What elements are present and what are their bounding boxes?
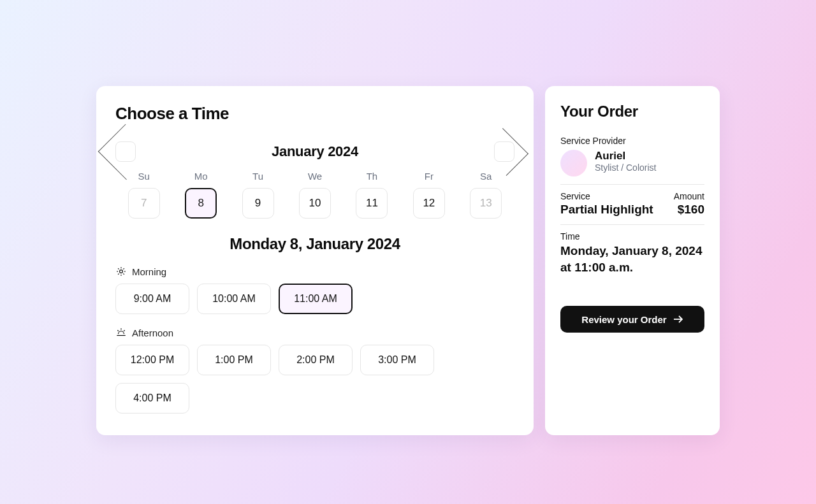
provider-row: Auriel Stylist / Colorist [560,150,704,185]
svg-point-0 [120,270,123,273]
day-cell: 7 [128,188,160,219]
afternoon-section-label: Afternoon [115,327,514,338]
day-cell: 13 [470,188,502,219]
choose-time-card: Choose a Time January 2024 SuMoTuWeThFrS… [96,86,534,435]
day-of-week-row: SuMoTuWeThFrSa [115,171,514,182]
time-slot[interactable]: 3:00 PM [360,345,434,375]
dow-cell: Mo [172,171,229,182]
service-value: Partial Highlight [560,203,653,217]
next-month-button[interactable] [494,141,514,162]
time-slot[interactable]: 4:00 PM [115,383,189,414]
choose-time-title: Choose a Time [115,104,514,124]
time-slot[interactable]: 11:00 AM [279,284,353,314]
time-slot[interactable]: 10:00 AM [197,284,271,314]
day-cell[interactable]: 12 [413,188,445,219]
prev-month-button[interactable] [115,141,136,162]
avatar [560,150,587,176]
service-label: Service [560,191,653,201]
time-slot[interactable]: 2:00 PM [279,345,353,375]
svg-line-5 [118,268,119,269]
svg-line-11 [117,330,119,331]
morning-slots: 9:00 AM10:00 AM11:00 AM [115,284,514,314]
dow-cell: Tu [229,171,286,182]
time-block: Time Monday, January 8, 2024 at 11:00 a.… [560,231,704,275]
day-cell[interactable]: 9 [242,188,274,219]
time-label: Time [560,231,704,241]
morning-label: Morning [132,266,166,277]
sunset-icon [115,327,127,338]
your-order-title: Your Order [560,103,704,120]
review-order-button[interactable]: Review your Order [560,306,704,333]
day-cell[interactable]: 11 [356,188,388,219]
day-cell[interactable]: 8 [185,188,217,219]
month-nav-row: January 2024 [115,141,514,162]
arrow-right-icon [673,315,683,324]
afternoon-label: Afternoon [132,328,173,338]
chevron-right-icon [481,128,528,176]
your-order-card: Your Order Service Provider Auriel Styli… [545,86,720,435]
day-cell[interactable]: 10 [299,188,331,219]
svg-line-8 [118,273,119,274]
review-order-label: Review your Order [581,314,666,325]
time-value: Monday, January 8, 2024 at 11:00 a.m. [560,243,704,275]
svg-line-12 [124,330,125,331]
svg-line-6 [123,273,124,274]
days-row: 78910111213 [115,188,514,219]
provider-role: Stylist / Colorist [595,162,656,173]
svg-line-7 [123,268,124,269]
afternoon-slots: 12:00 PM1:00 PM2:00 PM3:00 PM4:00 PM [115,345,514,414]
amount-value: $160 [674,203,704,217]
time-slot[interactable]: 1:00 PM [197,345,271,375]
morning-section-label: Morning [115,266,514,277]
selected-date-heading: Monday 8, January 2024 [115,235,514,253]
dow-cell: Fr [400,171,457,182]
amount-label: Amount [674,191,704,201]
time-slot[interactable]: 12:00 PM [115,345,189,375]
provider-label: Service Provider [560,136,704,146]
dow-cell: Th [344,171,400,182]
sun-icon [115,266,127,277]
service-row: Service Partial Highlight Amount $160 [560,191,704,225]
month-label: January 2024 [272,143,358,160]
provider-name: Auriel [595,150,656,162]
dow-cell: We [286,171,343,182]
time-slot[interactable]: 9:00 AM [115,284,189,314]
